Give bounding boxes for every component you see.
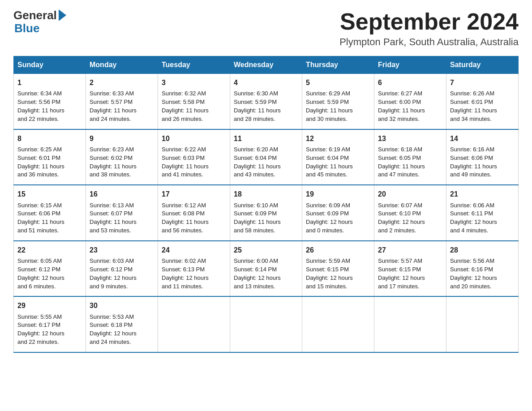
logo-general-text: General [13, 9, 57, 22]
day-info: Sunrise: 6:03 AMSunset: 6:12 PMDaylight:… [90, 257, 137, 290]
logo-arrow-icon [59, 9, 66, 21]
day-cell: 1 Sunrise: 6:34 AMSunset: 5:56 PMDayligh… [14, 74, 86, 129]
page-header: General Blue September 2024 Plympton Par… [13, 9, 519, 48]
day-number: 5 [306, 77, 370, 88]
day-cell [374, 296, 446, 352]
day-info: Sunrise: 6:16 AMSunset: 6:06 PMDaylight:… [450, 146, 497, 178]
day-info: Sunrise: 5:55 AMSunset: 6:17 PMDaylight:… [17, 313, 64, 346]
week-row-3: 15 Sunrise: 6:15 AMSunset: 6:06 PMDaylig… [14, 185, 519, 241]
day-number: 24 [162, 245, 226, 255]
day-cell: 25 Sunrise: 6:00 AMSunset: 6:14 PMDaylig… [230, 241, 302, 297]
day-number: 22 [17, 245, 82, 255]
day-cell: 12 Sunrise: 6:19 AMSunset: 6:04 PMDaylig… [302, 129, 374, 185]
day-info: Sunrise: 6:25 AMSunset: 6:01 PMDaylight:… [17, 146, 64, 178]
day-cell: 10 Sunrise: 6:22 AMSunset: 6:03 PMDaylig… [158, 129, 230, 185]
day-cell: 2 Sunrise: 6:33 AMSunset: 5:57 PMDayligh… [86, 74, 158, 129]
day-cell: 3 Sunrise: 6:32 AMSunset: 5:58 PMDayligh… [158, 74, 230, 129]
day-number: 21 [450, 189, 515, 199]
day-info: Sunrise: 6:34 AMSunset: 5:56 PMDaylight:… [17, 90, 64, 122]
day-cell: 26 Sunrise: 5:59 AMSunset: 6:15 PMDaylig… [302, 241, 374, 297]
logo-blue-text: Blue [14, 22, 66, 35]
day-info: Sunrise: 6:06 AMSunset: 6:11 PMDaylight:… [450, 202, 497, 234]
day-info: Sunrise: 6:02 AMSunset: 6:13 PMDaylight:… [162, 257, 209, 290]
calendar-table: SundayMondayTuesdayWednesdayThursdayFrid… [13, 56, 519, 353]
month-title: September 2024 [339, 9, 519, 34]
col-header-sunday: Sunday [14, 56, 86, 74]
day-cell [230, 296, 302, 352]
day-cell [446, 296, 519, 352]
location-subtitle: Plympton Park, South Australia, Australi… [339, 36, 519, 48]
day-number: 8 [17, 133, 82, 144]
day-cell: 14 Sunrise: 6:16 AMSunset: 6:06 PMDaylig… [446, 129, 519, 185]
day-cell: 9 Sunrise: 6:23 AMSunset: 6:02 PMDayligh… [86, 129, 158, 185]
day-number: 17 [162, 189, 226, 199]
day-info: Sunrise: 6:22 AMSunset: 6:03 PMDaylight:… [162, 146, 209, 178]
day-cell: 29 Sunrise: 5:55 AMSunset: 6:17 PMDaylig… [14, 296, 86, 352]
day-cell: 11 Sunrise: 6:20 AMSunset: 6:04 PMDaylig… [230, 129, 302, 185]
day-info: Sunrise: 6:23 AMSunset: 6:02 PMDaylight:… [90, 146, 137, 178]
col-header-wednesday: Wednesday [230, 56, 302, 74]
day-cell: 28 Sunrise: 5:56 AMSunset: 6:16 PMDaylig… [446, 241, 519, 297]
calendar-header-row: SundayMondayTuesdayWednesdayThursdayFrid… [14, 56, 519, 74]
day-number: 1 [17, 77, 82, 88]
week-row-4: 22 Sunrise: 6:05 AMSunset: 6:12 PMDaylig… [14, 241, 519, 297]
day-number: 28 [450, 245, 515, 255]
day-info: Sunrise: 6:07 AMSunset: 6:10 PMDaylight:… [378, 202, 425, 234]
day-cell: 5 Sunrise: 6:29 AMSunset: 5:59 PMDayligh… [302, 74, 374, 129]
week-row-1: 1 Sunrise: 6:34 AMSunset: 5:56 PMDayligh… [14, 74, 519, 129]
day-info: Sunrise: 6:26 AMSunset: 6:01 PMDaylight:… [450, 90, 497, 122]
day-cell: 18 Sunrise: 6:10 AMSunset: 6:09 PMDaylig… [230, 185, 302, 241]
day-number: 25 [234, 245, 298, 255]
day-info: Sunrise: 6:19 AMSunset: 6:04 PMDaylight:… [306, 146, 353, 178]
day-cell: 8 Sunrise: 6:25 AMSunset: 6:01 PMDayligh… [14, 129, 86, 185]
day-number: 13 [378, 133, 442, 144]
day-number: 11 [234, 133, 298, 144]
day-info: Sunrise: 6:12 AMSunset: 6:08 PMDaylight:… [162, 202, 209, 234]
day-number: 3 [162, 77, 226, 88]
day-info: Sunrise: 5:56 AMSunset: 6:16 PMDaylight:… [450, 257, 497, 290]
day-cell: 19 Sunrise: 6:09 AMSunset: 6:09 PMDaylig… [302, 185, 374, 241]
day-info: Sunrise: 6:29 AMSunset: 5:59 PMDaylight:… [306, 90, 353, 122]
day-number: 2 [90, 77, 154, 88]
day-cell: 24 Sunrise: 6:02 AMSunset: 6:13 PMDaylig… [158, 241, 230, 297]
day-number: 12 [306, 133, 370, 144]
day-cell: 20 Sunrise: 6:07 AMSunset: 6:10 PMDaylig… [374, 185, 446, 241]
col-header-monday: Monday [86, 56, 158, 74]
week-row-2: 8 Sunrise: 6:25 AMSunset: 6:01 PMDayligh… [14, 129, 519, 185]
day-cell: 17 Sunrise: 6:12 AMSunset: 6:08 PMDaylig… [158, 185, 230, 241]
col-header-tuesday: Tuesday [158, 56, 230, 74]
day-number: 29 [17, 300, 82, 311]
day-number: 20 [378, 189, 442, 199]
day-info: Sunrise: 6:33 AMSunset: 5:57 PMDaylight:… [90, 90, 137, 122]
day-number: 9 [90, 133, 154, 144]
day-number: 26 [306, 245, 370, 255]
day-info: Sunrise: 6:10 AMSunset: 6:09 PMDaylight:… [234, 202, 281, 234]
day-cell: 7 Sunrise: 6:26 AMSunset: 6:01 PMDayligh… [446, 74, 519, 129]
day-number: 27 [378, 245, 442, 255]
day-cell: 16 Sunrise: 6:13 AMSunset: 6:07 PMDaylig… [86, 185, 158, 241]
day-cell: 6 Sunrise: 6:27 AMSunset: 6:00 PMDayligh… [374, 74, 446, 129]
day-number: 19 [306, 189, 370, 199]
week-row-5: 29 Sunrise: 5:55 AMSunset: 6:17 PMDaylig… [14, 296, 519, 352]
day-number: 7 [450, 77, 515, 88]
col-header-friday: Friday [374, 56, 446, 74]
day-info: Sunrise: 6:00 AMSunset: 6:14 PMDaylight:… [234, 257, 281, 290]
day-info: Sunrise: 6:18 AMSunset: 6:05 PMDaylight:… [378, 146, 425, 178]
day-cell: 30 Sunrise: 5:53 AMSunset: 6:18 PMDaylig… [86, 296, 158, 352]
col-header-saturday: Saturday [446, 56, 519, 74]
day-info: Sunrise: 5:53 AMSunset: 6:18 PMDaylight:… [90, 313, 137, 346]
day-info: Sunrise: 6:05 AMSunset: 6:12 PMDaylight:… [17, 257, 64, 290]
col-header-thursday: Thursday [302, 56, 374, 74]
day-info: Sunrise: 6:13 AMSunset: 6:07 PMDaylight:… [90, 202, 137, 234]
day-number: 14 [450, 133, 515, 144]
day-info: Sunrise: 6:30 AMSunset: 5:59 PMDaylight:… [234, 90, 281, 122]
day-cell [302, 296, 374, 352]
day-cell: 4 Sunrise: 6:30 AMSunset: 5:59 PMDayligh… [230, 74, 302, 129]
day-number: 6 [378, 77, 442, 88]
day-cell [158, 296, 230, 352]
logo: General Blue [13, 9, 66, 34]
day-number: 23 [90, 245, 154, 255]
day-info: Sunrise: 6:20 AMSunset: 6:04 PMDaylight:… [234, 146, 281, 178]
day-info: Sunrise: 6:27 AMSunset: 6:00 PMDaylight:… [378, 90, 425, 122]
day-number: 10 [162, 133, 226, 144]
